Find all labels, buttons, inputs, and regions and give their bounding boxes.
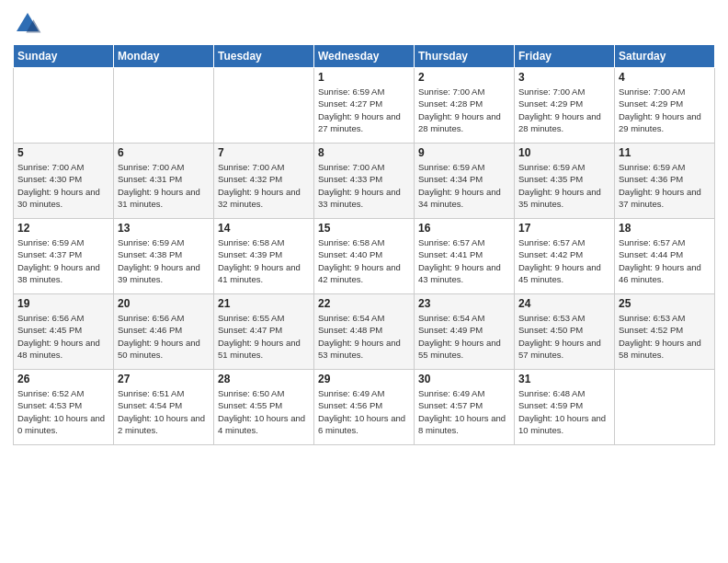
day-cell: [14, 68, 114, 144]
day-cell: 14Sunrise: 6:58 AM Sunset: 4:39 PM Dayli…: [214, 219, 314, 294]
day-cell: [114, 68, 214, 144]
day-info: Sunrise: 6:54 AM Sunset: 4:49 PM Dayligh…: [418, 312, 510, 361]
day-number: 11: [619, 146, 711, 159]
header: [13, 9, 715, 39]
day-number: 18: [619, 222, 711, 235]
weekday-header-row: SundayMondayTuesdayWednesdayThursdayFrid…: [14, 45, 715, 68]
week-row-3: 12Sunrise: 6:59 AM Sunset: 4:37 PM Dayli…: [14, 219, 715, 294]
day-cell: 22Sunrise: 6:54 AM Sunset: 4:48 PM Dayli…: [314, 294, 415, 370]
day-info: Sunrise: 6:59 AM Sunset: 4:35 PM Dayligh…: [518, 161, 610, 210]
day-info: Sunrise: 6:51 AM Sunset: 4:54 PM Dayligh…: [118, 387, 210, 436]
weekday-header-friday: Friday: [515, 45, 615, 68]
day-number: 25: [619, 297, 711, 310]
day-info: Sunrise: 6:53 AM Sunset: 4:50 PM Dayligh…: [518, 312, 610, 361]
day-cell: 25Sunrise: 6:53 AM Sunset: 4:52 PM Dayli…: [615, 294, 715, 370]
day-cell: 9Sunrise: 6:59 AM Sunset: 4:34 PM Daylig…: [415, 144, 515, 219]
day-number: 4: [619, 71, 711, 84]
logo-icon: [13, 9, 42, 39]
day-number: 29: [318, 373, 410, 385]
day-cell: 31Sunrise: 6:48 AM Sunset: 4:59 PM Dayli…: [515, 370, 615, 445]
day-info: Sunrise: 6:49 AM Sunset: 4:56 PM Dayligh…: [318, 387, 410, 436]
day-number: 10: [518, 146, 610, 159]
day-cell: 12Sunrise: 6:59 AM Sunset: 4:37 PM Dayli…: [14, 219, 114, 294]
day-cell: 13Sunrise: 6:59 AM Sunset: 4:38 PM Dayli…: [114, 219, 214, 294]
day-info: Sunrise: 6:57 AM Sunset: 4:44 PM Dayligh…: [619, 236, 711, 285]
day-number: 22: [318, 297, 410, 310]
day-cell: 26Sunrise: 6:52 AM Sunset: 4:53 PM Dayli…: [14, 370, 114, 445]
day-number: 3: [518, 71, 610, 84]
day-info: Sunrise: 6:59 AM Sunset: 4:37 PM Dayligh…: [17, 236, 109, 285]
day-number: 23: [418, 297, 510, 310]
day-info: Sunrise: 6:59 AM Sunset: 4:27 PM Dayligh…: [318, 86, 410, 134]
day-info: Sunrise: 7:00 AM Sunset: 4:29 PM Dayligh…: [518, 86, 610, 134]
day-number: 20: [118, 297, 210, 310]
weekday-header-sunday: Sunday: [14, 45, 114, 68]
day-cell: 27Sunrise: 6:51 AM Sunset: 4:54 PM Dayli…: [114, 370, 214, 445]
day-number: 5: [17, 146, 109, 159]
day-info: Sunrise: 7:00 AM Sunset: 4:31 PM Dayligh…: [118, 161, 210, 210]
week-row-5: 26Sunrise: 6:52 AM Sunset: 4:53 PM Dayli…: [14, 370, 715, 445]
day-number: 30: [418, 373, 510, 385]
day-number: 13: [118, 222, 210, 235]
day-info: Sunrise: 6:59 AM Sunset: 4:34 PM Dayligh…: [418, 161, 510, 210]
week-row-2: 5Sunrise: 7:00 AM Sunset: 4:30 PM Daylig…: [14, 144, 715, 219]
day-cell: 20Sunrise: 6:56 AM Sunset: 4:46 PM Dayli…: [114, 294, 214, 370]
day-cell: 24Sunrise: 6:53 AM Sunset: 4:50 PM Dayli…: [515, 294, 615, 370]
day-number: 31: [518, 373, 610, 385]
day-info: Sunrise: 6:58 AM Sunset: 4:39 PM Dayligh…: [218, 236, 310, 285]
day-info: Sunrise: 6:56 AM Sunset: 4:45 PM Dayligh…: [17, 312, 109, 361]
day-info: Sunrise: 6:50 AM Sunset: 4:55 PM Dayligh…: [218, 387, 310, 436]
day-cell: 2Sunrise: 7:00 AM Sunset: 4:28 PM Daylig…: [415, 68, 515, 144]
day-number: 19: [17, 297, 109, 310]
day-number: 27: [118, 373, 210, 385]
day-info: Sunrise: 6:58 AM Sunset: 4:40 PM Dayligh…: [318, 236, 410, 285]
page: SundayMondayTuesdayWednesdayThursdayFrid…: [0, 0, 728, 563]
day-info: Sunrise: 7:00 AM Sunset: 4:32 PM Dayligh…: [218, 161, 310, 210]
day-cell: 29Sunrise: 6:49 AM Sunset: 4:56 PM Dayli…: [314, 370, 415, 445]
day-cell: 15Sunrise: 6:58 AM Sunset: 4:40 PM Dayli…: [314, 219, 415, 294]
day-cell: 18Sunrise: 6:57 AM Sunset: 4:44 PM Dayli…: [615, 219, 715, 294]
day-info: Sunrise: 6:54 AM Sunset: 4:48 PM Dayligh…: [318, 312, 410, 361]
day-number: 8: [318, 146, 410, 159]
day-number: 2: [418, 71, 510, 84]
day-cell: [214, 68, 314, 144]
day-cell: 1Sunrise: 6:59 AM Sunset: 4:27 PM Daylig…: [314, 68, 415, 144]
day-info: Sunrise: 6:56 AM Sunset: 4:46 PM Dayligh…: [118, 312, 210, 361]
day-cell: 16Sunrise: 6:57 AM Sunset: 4:41 PM Dayli…: [415, 219, 515, 294]
calendar: SundayMondayTuesdayWednesdayThursdayFrid…: [13, 44, 715, 445]
weekday-header-saturday: Saturday: [615, 45, 715, 68]
day-info: Sunrise: 7:00 AM Sunset: 4:30 PM Dayligh…: [17, 161, 109, 210]
day-number: 12: [17, 222, 109, 235]
weekday-header-monday: Monday: [114, 45, 214, 68]
day-cell: 17Sunrise: 6:57 AM Sunset: 4:42 PM Dayli…: [515, 219, 615, 294]
day-cell: 19Sunrise: 6:56 AM Sunset: 4:45 PM Dayli…: [14, 294, 114, 370]
day-info: Sunrise: 7:00 AM Sunset: 4:29 PM Dayligh…: [619, 86, 711, 134]
day-number: 24: [518, 297, 610, 310]
day-info: Sunrise: 7:00 AM Sunset: 4:33 PM Dayligh…: [318, 161, 410, 210]
day-info: Sunrise: 6:59 AM Sunset: 4:36 PM Dayligh…: [619, 161, 711, 210]
day-cell: 11Sunrise: 6:59 AM Sunset: 4:36 PM Dayli…: [615, 144, 715, 219]
day-number: 17: [518, 222, 610, 235]
day-number: 26: [17, 373, 109, 385]
week-row-4: 19Sunrise: 6:56 AM Sunset: 4:45 PM Dayli…: [14, 294, 715, 370]
day-cell: 3Sunrise: 7:00 AM Sunset: 4:29 PM Daylig…: [515, 68, 615, 144]
weekday-header-tuesday: Tuesday: [214, 45, 314, 68]
day-info: Sunrise: 6:55 AM Sunset: 4:47 PM Dayligh…: [218, 312, 310, 361]
day-number: 1: [318, 71, 410, 84]
day-number: 15: [318, 222, 410, 235]
day-info: Sunrise: 6:53 AM Sunset: 4:52 PM Dayligh…: [619, 312, 711, 361]
day-number: 14: [218, 222, 310, 235]
logo: [13, 9, 46, 39]
day-cell: 7Sunrise: 7:00 AM Sunset: 4:32 PM Daylig…: [214, 144, 314, 219]
day-number: 21: [218, 297, 310, 310]
day-cell: 10Sunrise: 6:59 AM Sunset: 4:35 PM Dayli…: [515, 144, 615, 219]
day-cell: 28Sunrise: 6:50 AM Sunset: 4:55 PM Dayli…: [214, 370, 314, 445]
day-info: Sunrise: 6:57 AM Sunset: 4:42 PM Dayligh…: [518, 236, 610, 285]
day-cell: [615, 370, 715, 445]
day-number: 6: [118, 146, 210, 159]
week-row-1: 1Sunrise: 6:59 AM Sunset: 4:27 PM Daylig…: [14, 68, 715, 144]
day-cell: 8Sunrise: 7:00 AM Sunset: 4:33 PM Daylig…: [314, 144, 415, 219]
day-cell: 21Sunrise: 6:55 AM Sunset: 4:47 PM Dayli…: [214, 294, 314, 370]
day-info: Sunrise: 6:48 AM Sunset: 4:59 PM Dayligh…: [518, 387, 610, 436]
day-info: Sunrise: 6:59 AM Sunset: 4:38 PM Dayligh…: [118, 236, 210, 285]
